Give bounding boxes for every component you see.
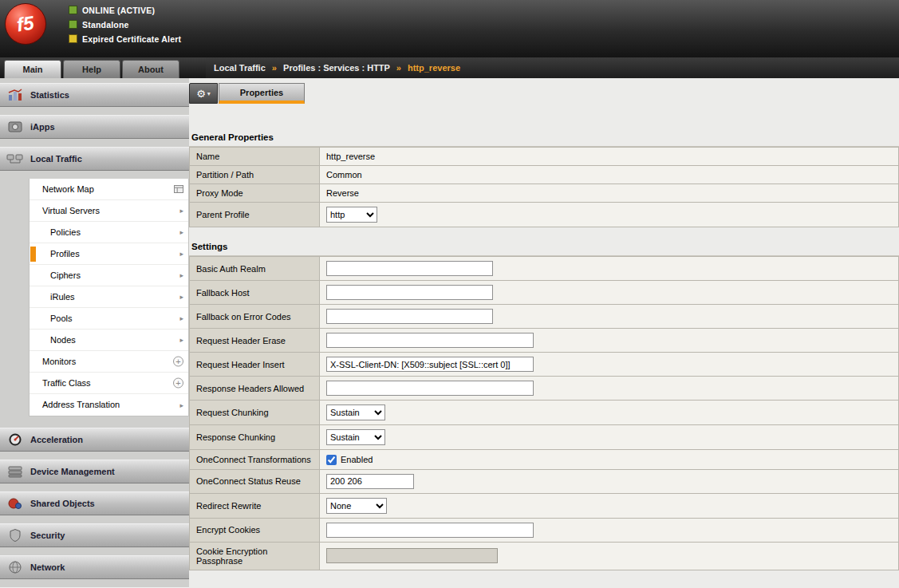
arrow-icon: ▸	[179, 265, 183, 286]
table-row: Fallback on Error Codes	[190, 305, 899, 329]
sidebar-item-label: Policies	[50, 227, 81, 237]
breadcrumb-local-traffic[interactable]: Local Traffic	[214, 63, 266, 73]
sidebar-item-label: Network Map	[42, 184, 94, 194]
content-sections: General PropertiesNamehttp_reversePartit…	[189, 132, 899, 570]
sidebar-item-profiles[interactable]: Profiles▸	[30, 243, 188, 265]
tab-properties[interactable]: Properties	[219, 83, 305, 104]
status-green-square	[69, 20, 77, 29]
section-title: Settings	[189, 242, 899, 256]
status-green-square	[69, 6, 77, 14]
table-row: Request Header Insert	[190, 353, 899, 377]
fallback-host-label: Fallback Host	[190, 281, 320, 305]
request-chunking-value-cell: Sustain	[320, 401, 899, 425]
fallback-on-error-codes-value-cell	[320, 305, 899, 329]
encrypt-cookies-label: Encrypt Cookies	[190, 518, 320, 542]
request-chunking-label: Request Chunking	[190, 401, 320, 425]
tab-about[interactable]: About	[122, 60, 179, 78]
name-label: Name	[190, 148, 320, 166]
oneconnect-status-reuse-label: OneConnect Status Reuse	[190, 469, 320, 493]
table-row: OneConnect Status Reuse	[190, 469, 899, 493]
table-row: Response ChunkingSustain	[190, 425, 899, 450]
request-header-insert-input[interactable]	[326, 357, 534, 372]
oneconnect-transformations-label: OneConnect Transformations	[190, 450, 320, 470]
breadcrumb: Local Traffic » Profiles : Services : HT…	[206, 57, 899, 78]
request-header-erase-input[interactable]	[326, 333, 534, 348]
request-chunking-select[interactable]: Sustain	[326, 404, 385, 420]
fallback-on-error-codes-input[interactable]	[326, 309, 493, 324]
security-icon	[0, 528, 30, 543]
oneconnect-status-reuse-value-cell	[320, 469, 899, 493]
statistics-icon	[0, 88, 30, 102]
sidebar-item-label: Profiles	[50, 249, 80, 258]
response-chunking-select[interactable]: Sustain	[326, 429, 385, 445]
sidebar-item-virtual-servers[interactable]: Virtual Servers▸	[30, 200, 188, 222]
content-tab-bar: ⚙ ▾ Properties	[189, 80, 899, 104]
name-value-cell: http_reverse	[320, 148, 899, 166]
status-cert-alert[interactable]: Expired Certificate Alert	[69, 32, 181, 45]
parent-profile-select[interactable]: http	[326, 207, 377, 223]
sidebar-item-address-translation[interactable]: Address Translation▸	[30, 394, 188, 416]
sidebar-item-label: Address Translation	[42, 400, 120, 409]
fallback-host-input[interactable]	[326, 285, 493, 300]
request-header-erase-value-cell	[320, 329, 899, 353]
basic-auth-realm-input[interactable]	[326, 261, 493, 276]
sidebar-section-label: Statistics	[30, 90, 69, 100]
cookie-encryption-passphrase-input	[326, 548, 498, 563]
local-traffic-icon	[0, 152, 30, 166]
arrow-icon: ▸	[179, 200, 183, 222]
gear-icon: ⚙	[196, 89, 206, 99]
sidebar-section-security[interactable]: Security	[0, 523, 189, 547]
sidebar-section-statistics[interactable]: Statistics	[0, 83, 189, 107]
sidebar-item-network-map[interactable]: Network Map	[30, 179, 188, 200]
sidebar-item-pools[interactable]: Pools▸	[30, 308, 188, 330]
sidebar-section-label: Security	[30, 531, 65, 540]
breadcrumb-separator: »	[392, 63, 405, 73]
network-icon	[0, 560, 30, 574]
plus-icon: +	[173, 378, 183, 389]
request-header-insert-label: Request Header Insert	[190, 353, 320, 377]
chevron-down-icon: ▾	[207, 90, 211, 97]
sidebar-item-irules[interactable]: iRules▸	[30, 286, 188, 308]
gear-menu-button[interactable]: ⚙ ▾	[189, 83, 218, 104]
sidebar-item-label: Traffic Class	[42, 378, 91, 388]
fallback-host-value-cell	[320, 281, 899, 305]
sidebar-item-traffic-class[interactable]: Traffic Class+	[30, 373, 188, 394]
cookie-encryption-passphrase-label: Cookie Encryption Passphrase	[190, 542, 320, 570]
sidebar-section-label: iApps	[30, 122, 55, 132]
basic-auth-realm-value-cell	[320, 257, 899, 281]
proxy-mode-value: Reverse	[326, 188, 359, 198]
response-headers-allowed-input[interactable]	[326, 381, 534, 396]
device-management-icon	[0, 464, 30, 479]
f5-logo[interactable]: f5	[5, 3, 49, 51]
proxy-mode-label: Proxy Mode	[190, 184, 320, 203]
table-row: Fallback Host	[190, 281, 899, 305]
tab-main[interactable]: Main	[4, 60, 61, 78]
sidebar-item-monitors[interactable]: Monitors+	[30, 351, 188, 373]
sidebar-section-device-management[interactable]: Device Management	[0, 460, 189, 483]
table-row: Redirect RewriteNone	[190, 493, 899, 518]
sidebar-section-shared-objects[interactable]: Shared Objects	[0, 491, 189, 515]
breadcrumb-profiles-services-http[interactable]: Profiles : Services : HTTP	[283, 63, 390, 73]
sidebar-section-label: Acceleration	[30, 435, 83, 444]
sidebar-item-label: Nodes	[50, 335, 76, 345]
iapps-icon	[0, 120, 30, 134]
encrypt-cookies-input[interactable]	[326, 523, 534, 538]
sidebar-section-local-traffic[interactable]: Local Traffic	[0, 147, 189, 171]
sidebar-item-ciphers[interactable]: Ciphers▸	[30, 265, 188, 286]
oneconnect-transformations-checkbox-label: Enabled	[341, 455, 373, 464]
sidebar-section-iapps[interactable]: iApps	[0, 115, 189, 139]
shared-objects-icon	[0, 496, 30, 511]
status-alert-square	[69, 34, 77, 43]
oneconnect-transformations-value-cell: Enabled	[320, 450, 899, 470]
table-row: Cookie Encryption Passphrase	[190, 542, 899, 570]
oneconnect-transformations-checkbox[interactable]	[326, 455, 337, 465]
sidebar-item-policies[interactable]: Policies▸	[30, 222, 188, 243]
f5-logo-text: f5	[15, 12, 35, 37]
oneconnect-status-reuse-input[interactable]	[326, 474, 414, 489]
sidebar-section-acceleration[interactable]: Acceleration	[0, 428, 189, 452]
sidebar-item-nodes[interactable]: Nodes▸	[30, 330, 188, 351]
tab-help[interactable]: Help	[63, 60, 120, 78]
redirect-rewrite-select[interactable]: None	[326, 498, 387, 514]
body-row: StatisticsiAppsLocal TrafficNetwork MapV…	[0, 78, 899, 588]
sidebar-section-network[interactable]: Network	[0, 555, 189, 579]
